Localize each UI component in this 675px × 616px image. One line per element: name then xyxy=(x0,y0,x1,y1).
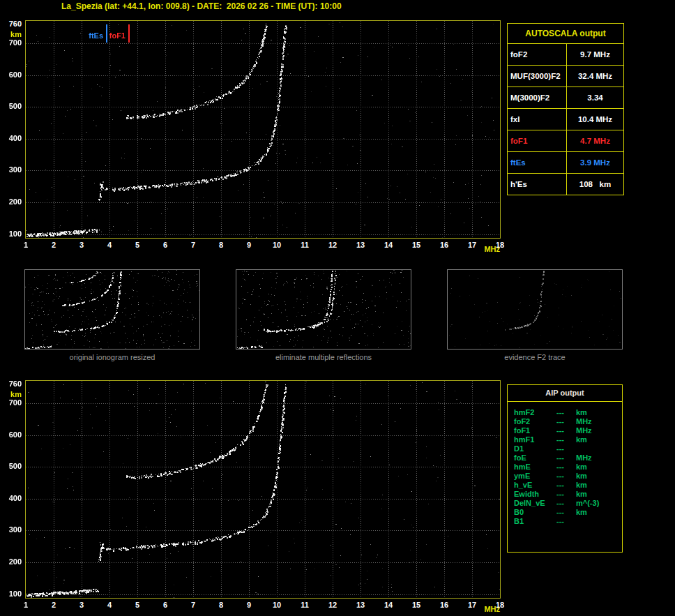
autoscala-row-label: M(3000)F2 xyxy=(508,87,567,108)
thumbnail-evidence-f2 xyxy=(447,269,623,350)
autoscala-row-label: MUF(3000)F2 xyxy=(508,66,567,87)
x-tick-label: 12 xyxy=(325,601,340,609)
autoscala-row-fof2: foF29.7 MHz xyxy=(508,43,623,65)
aip-param-name: hmF2 xyxy=(514,408,556,417)
ftEs-marker-label: ftEs xyxy=(82,31,103,40)
x-tick-label: 14 xyxy=(381,601,396,609)
aip-param-value: --- xyxy=(556,435,576,444)
ionogram-plot-top: 760700600500400300200100km12345678910111… xyxy=(25,20,501,239)
autoscala-row-m3000f2: M(3000)F23.34 xyxy=(508,87,623,108)
aip-param-unit: km xyxy=(576,463,622,472)
autoscala-row-label: foF1 xyxy=(508,130,567,151)
aip-row-deln_ve: DelN_vE---m^(-3) xyxy=(514,499,622,508)
x-tick-label: 2 xyxy=(46,601,61,609)
aip-param-value: --- xyxy=(556,453,576,463)
aip-param-value: --- xyxy=(556,499,576,508)
aip-row-h_ve: h_vE---km xyxy=(514,481,622,490)
aip-param-unit: km xyxy=(576,508,622,517)
aip-param-unit xyxy=(576,517,622,526)
y-tick-label: 400 xyxy=(2,494,22,502)
caption-evidence-f2: evidence F2 trace xyxy=(447,353,623,361)
thumbnail-eliminate-reflections xyxy=(236,269,411,350)
aip-param-value: --- xyxy=(556,444,576,453)
ionogram-canvas-top xyxy=(26,21,500,238)
y-tick-label: 700 xyxy=(2,398,22,407)
aip-param-value: --- xyxy=(556,508,576,517)
autoscala-row-label: h'Es xyxy=(508,174,567,195)
aip-row-fof1: foF1---MHz xyxy=(514,426,622,435)
aip-output-rows: hmF2---kmfoF2---MHzfoF1---MHzhmF1---kmD1… xyxy=(508,402,622,526)
y-tick-label: 200 xyxy=(2,197,22,206)
y-tick-label: 300 xyxy=(2,525,22,534)
x-tick-label: 9 xyxy=(241,241,257,249)
x-tick-label: 3 xyxy=(74,601,89,609)
x-tick-label: 1 xyxy=(18,241,33,249)
aip-row-ewidth: Ewidth---km xyxy=(514,490,622,499)
y-tick-label: 760 xyxy=(2,20,22,28)
aip-param-name: Ewidth xyxy=(514,490,556,499)
aip-param-name: hmE xyxy=(514,463,556,472)
x-tick-label: 3 xyxy=(74,241,89,249)
autoscala-output-title: AUTOSCALA output xyxy=(508,24,623,43)
x-tick-label: 8 xyxy=(213,241,229,249)
x-tick-label: 2 xyxy=(46,241,61,249)
x-axis-unit-label: MHz xyxy=(480,245,500,253)
thumbnail-canvas-original xyxy=(25,270,199,349)
autoscala-row-value: 4.7 MHz xyxy=(567,130,623,151)
x-tick-label: 10 xyxy=(269,241,285,249)
x-tick-label: 8 xyxy=(213,601,229,609)
aip-param-name: foF2 xyxy=(514,417,556,426)
y-axis-unit-label: km xyxy=(2,30,22,38)
thumbnail-canvas-eliminate xyxy=(236,270,411,349)
aip-param-name: h_vE xyxy=(514,481,556,490)
aip-param-unit: km xyxy=(576,472,622,481)
aip-param-unit: MHz xyxy=(576,417,622,426)
aip-row-hmf2: hmF2---km xyxy=(514,408,622,417)
y-tick-label: 760 xyxy=(2,380,22,388)
aip-param-name: DelN_vE xyxy=(514,499,556,508)
x-tick-label: 17 xyxy=(464,241,480,249)
aip-param-unit: km xyxy=(576,490,622,499)
autoscala-window: La_Spezia (lat: +44.1, lon: 009.8) - DAT… xyxy=(0,0,675,616)
aip-param-name: D1 xyxy=(514,444,556,453)
aip-output-table: AIP output hmF2---kmfoF2---MHzfoF1---MHz… xyxy=(507,384,623,553)
aip-param-value: --- xyxy=(556,472,576,481)
x-tick-label: 16 xyxy=(437,601,452,609)
x-tick-label: 13 xyxy=(353,241,368,249)
y-tick-label: 200 xyxy=(2,557,22,566)
autoscala-row-value: 32.4 MHz xyxy=(567,66,623,87)
autoscala-row-label: foF2 xyxy=(508,44,567,65)
autoscala-row-ftes: ftEs3.9 MHz xyxy=(508,151,623,173)
aip-row-b1: B1--- xyxy=(514,517,622,526)
x-tick-label: 11 xyxy=(297,601,312,609)
x-tick-label: 16 xyxy=(437,241,452,249)
aip-param-value: --- xyxy=(556,481,576,490)
y-tick-label: 700 xyxy=(2,38,22,47)
y-tick-label: 500 xyxy=(2,102,22,110)
autoscala-row-fxi: fxI10.4 MHz xyxy=(508,108,623,130)
aip-param-unit: km xyxy=(576,435,622,444)
x-tick-label: 17 xyxy=(464,601,480,609)
thumbnail-original-ionogram xyxy=(24,269,200,350)
aip-param-unit: km xyxy=(576,408,622,417)
aip-param-name: ymE xyxy=(514,472,556,481)
autoscala-row-value: 108 km xyxy=(567,174,623,195)
autoscala-row-hes: h'Es108 km xyxy=(508,173,623,195)
foF1-marker-line xyxy=(128,24,130,43)
aip-row-hmf1: hmF1---km xyxy=(514,435,622,444)
y-tick-label: 500 xyxy=(2,462,22,470)
foF1-marker-label: foF1 xyxy=(105,31,126,40)
aip-row-yme: ymE---km xyxy=(514,472,622,481)
x-tick-label: 10 xyxy=(269,601,285,609)
caption-original-ionogram: original ionogram resized xyxy=(24,353,200,361)
x-tick-label: 6 xyxy=(158,241,173,249)
aip-param-unit: km xyxy=(576,481,622,490)
aip-param-value: --- xyxy=(556,426,576,435)
x-tick-label: 7 xyxy=(185,601,201,609)
y-tick-label: 600 xyxy=(2,70,22,79)
aip-row-b0: B0---km xyxy=(514,508,622,517)
x-tick-label: 5 xyxy=(130,601,145,609)
aip-param-unit: MHz xyxy=(576,426,622,435)
autoscala-row-value: 3.34 xyxy=(567,87,623,108)
aip-row-fof2: foF2---MHz xyxy=(514,417,622,426)
